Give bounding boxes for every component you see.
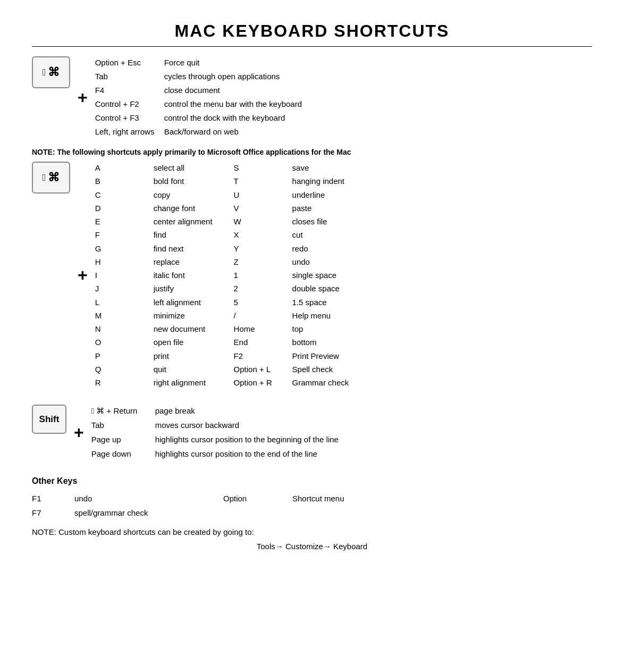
key-label: H — [95, 256, 154, 268]
key-label: End — [234, 336, 292, 348]
key-desc: close document — [164, 84, 220, 97]
key-desc: new document — [154, 323, 206, 335]
other-keys-section: Other Keys F1 undo Option Shortcut menu … — [32, 476, 592, 551]
key-label: Home — [234, 323, 292, 335]
shortcuts-table: A select all B bold font C copy D change… — [95, 162, 592, 389]
key-desc: bold font — [154, 175, 184, 187]
key-label: V — [234, 202, 292, 214]
key-desc: open file — [154, 336, 184, 348]
key-desc: select all — [154, 162, 184, 174]
key-desc: Print Preview — [292, 350, 339, 362]
list-item: 5 1.5 space — [234, 296, 349, 308]
list-item: Y redo — [234, 242, 349, 255]
list-item: M minimize — [95, 309, 213, 322]
list-item: O open file — [95, 336, 213, 348]
list-item: F7 spell/grammar check — [32, 507, 592, 520]
key-desc: highlights cursor position to the beginn… — [155, 433, 339, 447]
key-desc: Grammar check — [292, 376, 349, 389]
key-label: 1 — [234, 269, 292, 281]
left-col: A select all B bold font C copy D change… — [95, 162, 213, 389]
ms-office-note: NOTE: The following shortcuts apply prim… — [32, 148, 592, 156]
key-desc: redo — [292, 242, 308, 255]
key-label: / — [234, 309, 292, 322]
list-item: Z undo — [234, 256, 349, 268]
list-item: Page up highlights cursor position to th… — [91, 433, 592, 447]
list-item: 2 double space — [234, 282, 349, 295]
list-item: F2 Print Preview — [234, 350, 349, 362]
key-label: I — [95, 269, 154, 281]
key-desc: underline — [292, 189, 325, 201]
ok-desc2: spell/grammar check — [74, 507, 223, 520]
list-item: X cut — [234, 229, 349, 241]
key-desc: control the menu bar with the keyboard — [164, 98, 302, 111]
key-desc: save — [292, 162, 309, 174]
key-label: Tab — [91, 419, 155, 432]
shift-label: Shift — [39, 414, 60, 425]
shift-list:  ⌘ + Return page break Tab moves cursor… — [91, 405, 592, 460]
key-label: X — [234, 229, 292, 241]
list-item: P print — [95, 350, 213, 362]
key-desc: right alignment — [154, 376, 206, 389]
key-label: Option + Esc — [95, 56, 164, 69]
cmd-key-box1:  ⌘ — [32, 56, 70, 88]
key-desc: find — [154, 229, 166, 241]
key-desc: cut — [292, 229, 303, 241]
key-label: A — [95, 162, 154, 174]
section1-content: Option + Esc Force quit Tab cycles throu… — [95, 56, 592, 138]
key-desc: closes file — [292, 215, 327, 228]
key-desc: replace — [154, 256, 180, 268]
section2-content: A select all B bold font C copy D change… — [95, 162, 592, 389]
key-label: S — [234, 162, 292, 174]
cmd-key-box2:  ⌘ — [32, 162, 70, 194]
key-label: Page up — [91, 433, 155, 447]
key-label: Y — [234, 242, 292, 255]
plus3: + — [74, 423, 84, 442]
key-label: Z — [234, 256, 292, 268]
key-label: Q — [95, 363, 154, 375]
list-item: V paste — [234, 202, 349, 214]
key-label: L — [95, 296, 154, 308]
list-item: / Help menu — [234, 309, 349, 322]
note-path: Tools→ Customize→ Keyboard — [32, 542, 592, 551]
key-desc: copy — [154, 189, 171, 201]
list-item: N new document — [95, 323, 213, 335]
plus1: + — [78, 88, 88, 107]
key-label: F2 — [234, 350, 292, 362]
key-label: W — [234, 215, 292, 228]
section1:  ⌘ + Option + Esc Force quit Tab cycles… — [32, 56, 592, 138]
list-item: R right alignment — [95, 376, 213, 389]
list-item: Option + L Spell check — [234, 363, 349, 375]
key-label: J — [95, 282, 154, 295]
section1-list: Option + Esc Force quit Tab cycles throu… — [95, 56, 592, 138]
key-desc: center alignment — [154, 215, 213, 228]
key-desc: justify — [154, 282, 174, 295]
key-desc: 1.5 space — [292, 296, 327, 308]
list-item: I italic font — [95, 269, 213, 281]
key-label: C — [95, 189, 154, 201]
note-bottom-text: NOTE: Custom keyboard shortcuts can be c… — [32, 527, 254, 536]
key-label: F4 — [95, 84, 164, 97]
list-item: Option + Esc Force quit — [95, 56, 592, 69]
list-item: End bottom — [234, 336, 349, 348]
key-desc: Back/forward on web — [164, 125, 239, 138]
list-item: Q quit — [95, 363, 213, 375]
key-label: Page down — [91, 448, 155, 461]
key-desc: moves cursor backward — [155, 419, 239, 432]
list-item: Control + F3 control the dock with the k… — [95, 112, 592, 124]
list-item: F1 undo Option Shortcut menu — [32, 492, 592, 506]
list-item: D change font — [95, 202, 213, 214]
key-desc: italic font — [154, 269, 185, 281]
section3: Shift +  ⌘ + Return page break Tab move… — [32, 405, 592, 460]
key-desc: double space — [292, 282, 340, 295]
key-desc: Force quit — [164, 56, 200, 69]
list-item: Home top — [234, 323, 349, 335]
key-label: E — [95, 215, 154, 228]
key-desc: minimize — [154, 309, 185, 322]
list-item: Control + F2 control the menu bar with t… — [95, 98, 592, 111]
plus2: + — [78, 265, 88, 285]
key-label: Control + F3 — [95, 112, 164, 124]
ok-desc1: undo — [74, 492, 223, 506]
key-desc: paste — [292, 202, 312, 214]
key-desc: left alignment — [154, 296, 201, 308]
key-desc: control the dock with the keyboard — [164, 112, 285, 124]
